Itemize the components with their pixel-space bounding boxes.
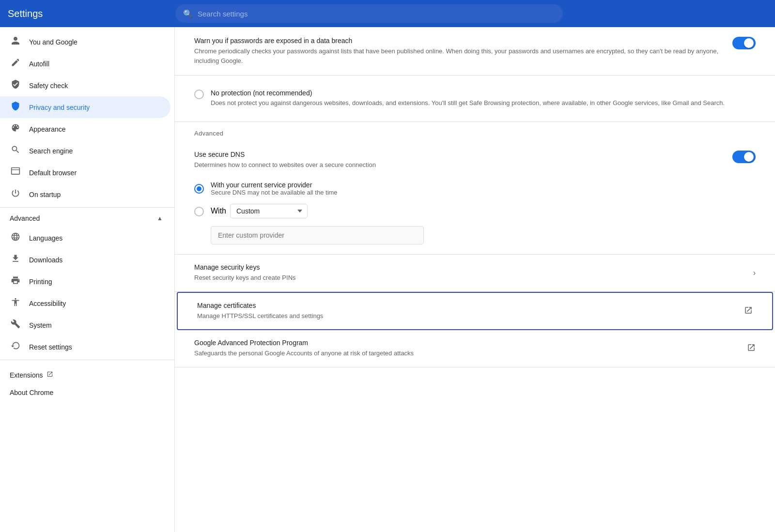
sidebar-label-autofill: Autofill — [29, 60, 49, 68]
secure-dns-section: Use secure DNS Determines how to connect… — [175, 141, 775, 255]
manage-security-keys-desc: Reset security keys and create PINs — [194, 273, 296, 283]
no-protection-radio-option: No protection (not recommended) Does not… — [194, 85, 756, 112]
top-bar: Settings 🔍 — [0, 0, 775, 27]
search-engine-icon — [10, 145, 21, 157]
dns-current-provider-option: With your current service provider Secur… — [194, 177, 756, 200]
warn-passwords-desc: Chrome periodically checks your password… — [194, 46, 723, 65]
browser-icon — [10, 167, 21, 179]
google-protection-text: Google Advanced Protection Program Safeg… — [194, 339, 414, 358]
advanced-section-label: Advanced — [175, 122, 775, 141]
startup-icon — [10, 188, 21, 200]
no-protection-radio[interactable] — [194, 90, 204, 99]
warn-passwords-row: Warn you if passwords are exposed in a d… — [194, 37, 756, 65]
warn-passwords-section: Warn you if passwords are exposed in a d… — [175, 27, 775, 76]
manage-certificates-external-icon — [744, 306, 753, 316]
sidebar-item-accessibility[interactable]: Accessibility — [0, 292, 170, 314]
warn-passwords-text: Warn you if passwords are exposed in a d… — [194, 37, 723, 65]
about-chrome-link[interactable]: About Chrome — [10, 384, 165, 401]
about-chrome-label: About Chrome — [10, 389, 53, 396]
sidebar-item-privacy-security[interactable]: Privacy and security — [0, 96, 170, 118]
secure-dns-desc: Determines how to connect to websites ov… — [194, 160, 723, 170]
sidebar-label-search-engine: Search engine — [29, 147, 73, 155]
settings-title: Settings — [8, 8, 168, 19]
secure-dns-title: Use secure DNS — [194, 151, 723, 158]
advanced-section-header[interactable]: Advanced ▲ — [0, 210, 170, 227]
sidebar-label-privacy-security: Privacy and security — [29, 104, 90, 111]
dns-custom-select[interactable]: Custom — [230, 204, 308, 218]
google-protection-title: Google Advanced Protection Program — [194, 339, 414, 347]
google-protection-row[interactable]: Google Advanced Protection Program Safeg… — [175, 330, 775, 367]
advanced-label: Advanced — [10, 214, 40, 222]
sidebar-item-system[interactable]: System — [0, 314, 170, 336]
secure-dns-row: Use secure DNS Determines how to connect… — [194, 151, 756, 170]
dns-current-text: With your current service provider Secur… — [211, 181, 338, 196]
chevron-up-icon: ▲ — [157, 215, 163, 222]
sidebar-label-system: System — [29, 321, 52, 329]
autofill-icon — [10, 58, 21, 70]
sidebar-label-printing: Printing — [29, 278, 52, 286]
no-protection-title: No protection (not recommended) — [211, 89, 725, 97]
sidebar-label-appearance: Appearance — [29, 125, 66, 133]
secure-dns-text: Use secure DNS Determines how to connect… — [194, 151, 723, 170]
dns-current-radio[interactable] — [194, 184, 204, 194]
downloads-icon — [10, 254, 21, 266]
search-input[interactable] — [198, 10, 555, 18]
system-icon — [10, 319, 21, 331]
secure-dns-toggle[interactable] — [732, 151, 756, 163]
no-protection-text: No protection (not recommended) Does not… — [211, 89, 725, 108]
google-protection-desc: Safeguards the personal Google Accounts … — [194, 349, 414, 358]
chevron-right-icon: › — [753, 269, 756, 277]
svg-rect-0 — [12, 168, 20, 174]
search-icon: 🔍 — [183, 9, 193, 18]
no-protection-section: No protection (not recommended) Does not… — [175, 76, 775, 122]
privacy-icon — [10, 101, 21, 113]
sidebar-item-autofill[interactable]: Autofill — [0, 53, 170, 75]
dns-current-title: With your current service provider — [211, 181, 338, 189]
sidebar-item-downloads[interactable]: Downloads — [0, 249, 170, 271]
dns-current-desc: Secure DNS may not be available all the … — [211, 189, 338, 196]
main-layout: You and Google Autofill Safety check Pri… — [0, 27, 775, 532]
manage-security-keys-title: Manage security keys — [194, 263, 296, 271]
sidebar-item-languages[interactable]: Languages — [0, 227, 170, 249]
custom-provider-input[interactable] — [211, 226, 424, 244]
appearance-icon — [10, 123, 21, 135]
sidebar-item-default-browser[interactable]: Default browser — [0, 162, 170, 183]
extensions-link[interactable]: Extensions — [10, 366, 165, 384]
sidebar-label-default-browser: Default browser — [29, 169, 77, 177]
sidebar-item-you-google[interactable]: You and Google — [0, 31, 170, 53]
dns-custom-radio[interactable] — [194, 207, 204, 216]
sidebar-item-safety-check[interactable]: Safety check — [0, 75, 170, 96]
sidebar-item-appearance[interactable]: Appearance — [0, 118, 170, 140]
dns-custom-option: With Custom — [194, 200, 756, 222]
manage-security-keys-text: Manage security keys Reset security keys… — [194, 263, 296, 283]
dns-with-label: With — [211, 207, 226, 215]
accessibility-icon — [10, 297, 21, 309]
manage-security-keys-row[interactable]: Manage security keys Reset security keys… — [175, 255, 775, 292]
sidebar-item-printing[interactable]: Printing — [0, 271, 170, 292]
manage-certificates-row[interactable]: Manage certificates Manage HTTPS/SSL cer… — [177, 292, 773, 331]
google-protection-external-icon — [747, 343, 756, 353]
content-area: Warn you if passwords are exposed in a d… — [174, 27, 775, 532]
search-bar[interactable]: 🔍 — [175, 4, 563, 23]
shield-check-icon — [10, 79, 21, 91]
sidebar-label-accessibility: Accessibility — [29, 300, 66, 307]
sidebar-label-reset-settings: Reset settings — [29, 343, 72, 351]
no-protection-desc: Does not protect you against dangerous w… — [211, 98, 725, 108]
sidebar: You and Google Autofill Safety check Pri… — [0, 27, 174, 532]
sidebar-label-you-google: You and Google — [29, 38, 78, 46]
sidebar-item-reset-settings[interactable]: Reset settings — [0, 336, 170, 358]
printing-icon — [10, 275, 21, 288]
reset-icon — [10, 341, 21, 353]
sidebar-item-on-startup[interactable]: On startup — [0, 183, 170, 205]
person-icon — [10, 36, 21, 48]
manage-certificates-text: Manage certificates Manage HTTPS/SSL cer… — [197, 302, 323, 321]
dns-options: With your current service provider Secur… — [194, 177, 756, 244]
warn-passwords-toggle[interactable] — [732, 37, 756, 49]
extensions-label: Extensions — [10, 371, 43, 379]
sidebar-item-search-engine[interactable]: Search engine — [0, 140, 170, 162]
dns-custom-row: With Custom — [211, 204, 308, 218]
sidebar-label-downloads: Downloads — [29, 256, 62, 264]
manage-certificates-desc: Manage HTTPS/SSL certificates and settin… — [197, 311, 323, 321]
warn-passwords-title: Warn you if passwords are exposed in a d… — [194, 37, 723, 45]
manage-certificates-title: Manage certificates — [197, 302, 323, 309]
